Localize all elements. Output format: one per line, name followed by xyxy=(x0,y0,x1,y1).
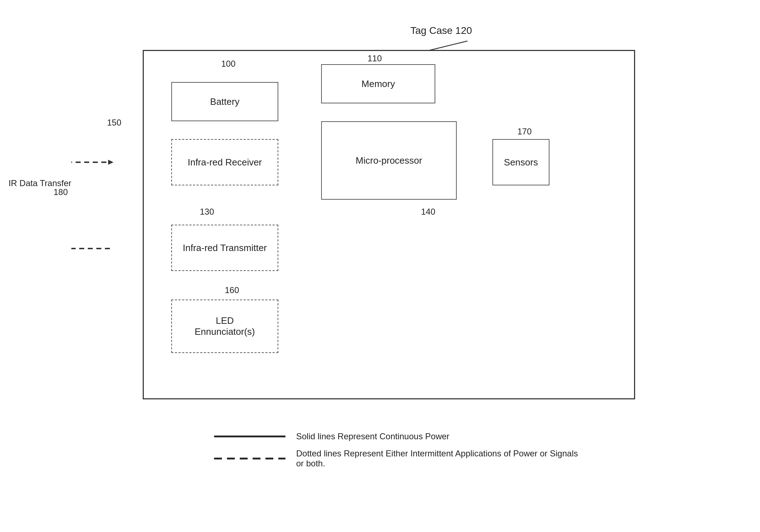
ref-140: 140 xyxy=(421,207,435,217)
ref-170: 170 xyxy=(517,127,532,137)
battery-box: Battery xyxy=(171,82,278,121)
led-label-line1: LED xyxy=(216,315,234,326)
microprocessor-label: Micro-processor xyxy=(356,155,422,166)
ir-transmitter-label: Infra-red Transmitter xyxy=(183,242,267,254)
ir-receiver-box: Infra-red Receiver xyxy=(171,139,278,185)
svg-marker-23 xyxy=(108,160,113,165)
ref-130: 130 xyxy=(200,207,214,217)
legend-dashed-row: Dotted lines Represent Either Intermitte… xyxy=(214,449,678,469)
legend-dashed-line xyxy=(214,455,285,462)
ir-transmitter-box: Infra-red Transmitter xyxy=(171,225,278,271)
ref-150: 150 xyxy=(107,118,121,128)
microprocessor-box: Micro-processor xyxy=(321,121,457,200)
legend: Solid lines Represent Continuous Power D… xyxy=(214,431,678,476)
ir-data-transfer-label: IR Data Transfer xyxy=(0,178,71,188)
memory-box: Memory xyxy=(321,64,435,103)
legend-solid-text: Solid lines Represent Continuous Power xyxy=(296,431,450,441)
ir-receiver-label: Infra-red Receiver xyxy=(188,157,262,168)
sensors-label: Sensors xyxy=(504,157,538,168)
ref-110: 110 xyxy=(368,53,382,63)
legend-solid-row: Solid lines Represent Continuous Power xyxy=(214,431,678,441)
led-box: LED Ennunciator(s) xyxy=(171,300,278,353)
legend-dashed-text: Dotted lines Represent Either Intermitte… xyxy=(296,449,582,469)
ref-100: 100 xyxy=(221,59,235,69)
tag-case-label: Tag Case 120 xyxy=(410,25,472,36)
ref-160: 160 xyxy=(225,285,239,295)
diagram-container: Tag Case 120 xyxy=(71,21,678,414)
memory-label: Memory xyxy=(361,78,395,89)
legend-solid-line xyxy=(214,433,285,440)
sensors-box: Sensors xyxy=(492,139,549,185)
ir-data-transfer-ref: 180 xyxy=(54,187,68,197)
battery-label: Battery xyxy=(210,96,239,107)
svg-line-0 xyxy=(428,41,467,51)
led-label-line2: Ennunciator(s) xyxy=(194,326,255,337)
